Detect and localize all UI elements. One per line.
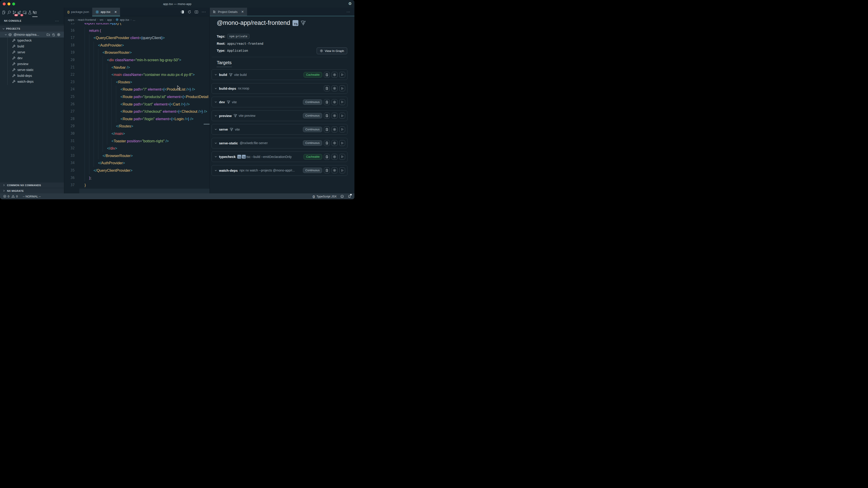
breadcrumb-item[interactable]: react-frontend xyxy=(78,18,96,22)
sidebar-target-dev[interactable]: dev xyxy=(0,55,64,61)
activity-nx-console-icon[interactable] xyxy=(33,9,37,16)
play-button[interactable] xyxy=(339,86,345,91)
code-line[interactable]: 27<Route path="/checkout" element={<Chec… xyxy=(64,108,210,115)
eye-target-button[interactable] xyxy=(332,86,338,91)
target-card-preview[interactable]: previewvite previewContinuous xyxy=(212,110,347,121)
problems-indicator[interactable]: 0 0 xyxy=(3,195,18,198)
sidebar-target-build[interactable]: build xyxy=(0,43,64,49)
copy-button[interactable] xyxy=(324,99,330,105)
language-indicator[interactable]: {} TypeScript JSX xyxy=(313,195,337,198)
eye-target-button[interactable] xyxy=(332,99,338,105)
code-line[interactable]: 16return ( xyxy=(64,27,210,34)
breadcrumb-item[interactable]: app.tsx xyxy=(116,18,129,22)
code-line[interactable]: 35</QueryClientProvider> xyxy=(64,167,210,174)
play-button[interactable] xyxy=(339,167,345,173)
code-line[interactable]: 23<Routes> xyxy=(64,78,210,86)
sidebar-section-common-nx-commands[interactable]: COMMON NX COMMANDS xyxy=(0,182,64,188)
copy-button[interactable] xyxy=(324,86,330,91)
code-line[interactable]: 24<Route path="/" element={<ProductList … xyxy=(64,86,210,93)
close-tab-icon[interactable]: ✕ xyxy=(114,10,117,14)
code-line[interactable]: 33</BrowserRouter> xyxy=(64,152,210,160)
code-area[interactable]: 15export function App() {16return (17<Qu… xyxy=(64,23,210,193)
eye-target-button[interactable] xyxy=(332,113,338,119)
project-details-icon[interactable] xyxy=(180,10,184,14)
breadcrumb-item[interactable]: apps xyxy=(68,18,74,22)
code-line[interactable]: 34</AuthProvider> xyxy=(64,159,210,167)
play-button[interactable] xyxy=(339,113,345,119)
close-panel-icon[interactable]: ✕ xyxy=(241,10,244,13)
eye-target-button[interactable] xyxy=(332,72,338,78)
vim-mode-indicator[interactable]: -- NORMAL -- xyxy=(23,195,41,198)
sidebar-target-typecheck[interactable]: typecheck xyxy=(0,37,64,43)
eye-target-button[interactable] xyxy=(332,140,338,146)
view-in-graph-button[interactable]: View In Graph xyxy=(317,47,347,54)
code-line[interactable]: 31<Toaster position="bottom-right" /> xyxy=(64,137,210,145)
eye-target-button[interactable] xyxy=(332,167,338,173)
project-row[interactable]: @mono-app/rea... xyxy=(0,32,64,37)
target-card-serve[interactable]: serveviteContinuous xyxy=(212,124,347,135)
sidebar-target-watch-deps[interactable]: watch-deps xyxy=(0,78,64,85)
activity-extensions-icon[interactable]: 1 xyxy=(17,9,22,16)
settings-gear-icon[interactable]: ⚙ xyxy=(348,1,352,6)
chevron-down-icon[interactable] xyxy=(215,73,217,76)
code-line[interactable]: 29</Routes> xyxy=(64,123,210,130)
target-card-build[interactable]: buildvite buildCacheable xyxy=(212,69,347,80)
code-line[interactable]: 18<AuthProvider> xyxy=(64,41,210,49)
breadcrumb-item[interactable]: ... xyxy=(133,18,135,22)
sidebar-target-preview[interactable]: preview xyxy=(0,61,64,67)
target-card-typecheck[interactable]: typecheckTSTStsc --build --emitDeclarati… xyxy=(212,151,347,162)
copy-button[interactable] xyxy=(324,113,330,119)
activity-search-icon[interactable] xyxy=(6,9,11,16)
play-button[interactable] xyxy=(339,154,345,160)
chevron-down-icon[interactable] xyxy=(215,142,217,144)
code-line[interactable]: 30</main> xyxy=(64,130,210,137)
breadcrumb-item[interactable]: app xyxy=(107,18,112,22)
play-button[interactable] xyxy=(339,127,345,132)
code-line[interactable]: 19<BrowserRouter> xyxy=(64,49,210,56)
sidebar-target-serve[interactable]: serve xyxy=(0,49,64,55)
chevron-down-icon[interactable] xyxy=(215,87,217,90)
copy-button[interactable] xyxy=(324,72,330,78)
goto-file-icon[interactable] xyxy=(52,33,55,36)
chevron-down-icon[interactable] xyxy=(215,101,217,103)
panel-more-icon[interactable]: ··· xyxy=(346,10,354,13)
code-line[interactable]: 36); xyxy=(64,174,210,182)
tab-project-details[interactable]: Project Details ✕ xyxy=(210,8,247,16)
code-line[interactable]: 17<QueryClientProvider client={queryClie… xyxy=(64,34,210,41)
sidebar-target-serve-static[interactable]: serve-static xyxy=(0,67,64,73)
play-button[interactable] xyxy=(339,99,345,105)
activity-testing-flask-icon[interactable] xyxy=(27,9,32,16)
notifications-bell-icon[interactable] xyxy=(348,195,351,198)
target-card-build-deps[interactable]: build-depsnx:noop xyxy=(212,83,347,94)
tab-app-tsx[interactable]: app.tsx ✕ xyxy=(92,8,120,16)
folder-icon[interactable] xyxy=(46,33,50,36)
code-line[interactable]: 25<Route path="/products/:id" element={<… xyxy=(64,93,210,101)
code-line[interactable]: 20<div className="min-h-screen bg-gray-5… xyxy=(64,56,210,64)
copy-button[interactable] xyxy=(324,140,330,146)
code-line[interactable]: 37} xyxy=(64,182,210,189)
play-button[interactable] xyxy=(339,140,345,146)
target-card-serve-static[interactable]: serve-static@nx/web:file-serverContinuou… xyxy=(212,138,347,149)
projects-section-header[interactable]: PROJECTS xyxy=(0,26,64,32)
tab-package-json[interactable]: {} package.json xyxy=(64,8,92,16)
code-line[interactable]: 28<Route path="/login" element={<Login /… xyxy=(64,115,210,123)
activity-remote-explorer-icon[interactable] xyxy=(22,9,27,16)
more-actions-icon[interactable]: ··· xyxy=(202,10,206,14)
chevron-down-icon[interactable] xyxy=(215,115,217,117)
sidebar-target-build-deps[interactable]: build-deps xyxy=(0,73,64,78)
split-editor-icon[interactable] xyxy=(195,10,198,14)
chevron-down-icon[interactable] xyxy=(215,156,217,158)
copy-button[interactable] xyxy=(324,127,330,132)
activity-source-control-icon[interactable]: 32 xyxy=(12,9,17,16)
sidebar-section-nx-migrate[interactable]: NX MIGRATE xyxy=(0,188,64,193)
breadcrumb-item[interactable]: src xyxy=(99,18,103,22)
eye-target-button[interactable] xyxy=(332,154,338,160)
copilot-icon[interactable] xyxy=(340,195,344,198)
code-line[interactable]: 32</div> xyxy=(64,144,210,152)
chevron-down-icon[interactable] xyxy=(215,128,217,131)
code-line[interactable]: 26<Route path="/cart" element={<Cart />}… xyxy=(64,101,210,108)
eye-target-button[interactable] xyxy=(332,127,338,132)
code-line[interactable]: 21<Navbar /> xyxy=(64,64,210,71)
target-card-watch-deps[interactable]: watch-depsnpx nx watch --projects @mono-… xyxy=(212,165,347,176)
target-icon[interactable] xyxy=(57,33,60,36)
